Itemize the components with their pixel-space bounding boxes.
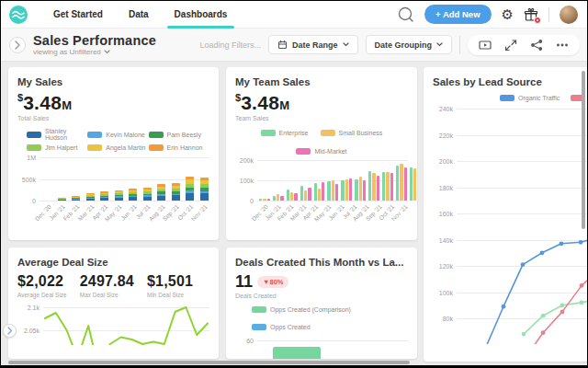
legend-swatch	[321, 130, 335, 136]
legend-label: Angela Martin	[106, 144, 145, 151]
fullscreen-expand-icon[interactable]	[504, 39, 517, 52]
legend-item[interactable]: Mid-Market	[296, 148, 346, 155]
stat-min-deal-size: $1,501 Min Deal Size	[147, 273, 193, 298]
deals-created-chart: 6040	[235, 334, 408, 359]
value-label: Team Sales	[235, 115, 408, 121]
bar-group	[355, 177, 366, 201]
chevron-down-icon	[104, 50, 110, 54]
data-point	[560, 310, 565, 315]
legend-item[interactable]: Jim Halpert	[27, 144, 87, 151]
stacked-bar	[115, 190, 123, 201]
gift-whats-new-icon[interactable]	[524, 7, 538, 22]
bar-group	[314, 182, 325, 201]
date-range-button[interactable]: Date Range	[268, 35, 358, 54]
my-sales-chart: 1M500k0Dec '20Jan '21Feb '21Mar '21Apr '…	[17, 156, 209, 201]
horizontal-scrollbar[interactable]	[8, 361, 410, 364]
bar	[308, 188, 311, 201]
legend-item[interactable]: Pam Beesly	[149, 128, 209, 141]
bar	[335, 184, 338, 201]
bar-group	[368, 171, 379, 201]
bar-group	[396, 164, 407, 201]
data-point	[541, 314, 546, 318]
vertical-scrollbar[interactable]	[582, 71, 585, 229]
legend-label: Opps Created (Comparison)	[270, 306, 351, 313]
legend-item[interactable]: Opps Created (Comparison)	[252, 306, 351, 313]
card-title: My Team Sales	[235, 76, 408, 87]
bar	[368, 171, 371, 201]
legend-item[interactable]: Stanley Hudson	[27, 128, 87, 141]
stacked-bar	[143, 188, 152, 201]
data-point	[541, 330, 546, 335]
nav-tab-dashboards[interactable]: Dashboards	[162, 1, 241, 29]
user-avatar[interactable]	[560, 6, 578, 24]
legend-swatch	[87, 132, 102, 138]
present-mode-icon[interactable]	[479, 39, 492, 52]
calendar-icon	[277, 40, 288, 50]
card-my-team-sales: My Team Sales $3.48M Team Sales Enterpri…	[226, 67, 417, 240]
legend-item[interactable]: Erin Hannon	[149, 144, 209, 151]
legend-item[interactable]: Kevin Malone	[87, 128, 148, 141]
legend-swatch	[27, 144, 41, 151]
line-series	[524, 299, 587, 335]
stacked-bar	[129, 189, 137, 201]
bar	[277, 194, 279, 201]
stacked-bar	[186, 177, 194, 201]
data-point	[580, 283, 584, 288]
legend-label: Enterprise	[279, 130, 309, 136]
bar-series	[40, 156, 209, 201]
data-point	[521, 262, 526, 267]
legend-label: Opps Created	[270, 324, 311, 330]
app-logo-icon[interactable]	[9, 6, 28, 24]
stacked-bar	[200, 178, 209, 201]
viewing-as-dropdown[interactable]: viewing as Unfiltered	[33, 48, 156, 56]
card-average-deal-size: Average Deal Size $2,022 Average Deal Si…	[8, 247, 219, 359]
legend-item[interactable]: Enterprise	[261, 130, 309, 136]
x-axis-labels: Dec '20Jan '21Feb '21Mar '21Apr '21May '…	[257, 201, 410, 224]
total-sales-value: $3.48M	[17, 93, 209, 112]
legend-swatch	[87, 144, 102, 151]
y-axis-label: 60	[235, 338, 257, 344]
stacked-bar	[157, 184, 165, 201]
expand-panel-chevron-button[interactable]	[3, 324, 17, 338]
data-point	[522, 332, 526, 337]
bar	[314, 183, 317, 201]
date-grouping-button[interactable]: Date Grouping	[366, 35, 453, 54]
bar	[294, 193, 297, 201]
bar	[359, 177, 362, 201]
legend-swatch	[149, 132, 164, 138]
notification-badge	[534, 17, 541, 24]
data-point	[560, 241, 564, 246]
stacked-bar	[100, 191, 108, 201]
chevron-down-icon	[343, 42, 349, 47]
bar	[345, 179, 348, 201]
nav-tab-data[interactable]: Data	[116, 1, 162, 29]
bar	[400, 164, 402, 201]
collapse-chevron-button[interactable]	[9, 37, 26, 53]
nav-tab-get-started[interactable]: Get Started	[40, 1, 116, 29]
bar	[341, 180, 344, 201]
header-controls: Loading Filters... Date Range Date Group…	[199, 35, 587, 55]
legend-item[interactable]: Organic Traffic	[500, 95, 560, 101]
share-icon[interactable]	[530, 39, 543, 52]
legend-swatch	[500, 95, 514, 101]
legend-swatch	[27, 132, 41, 138]
value-label: Deals Created	[235, 293, 408, 299]
bar	[300, 186, 303, 201]
more-options-icon[interactable]	[556, 39, 569, 52]
lead-source-legend: Organic TrafficSoci	[433, 95, 587, 101]
legend-item[interactable]: Angela Martin	[87, 144, 148, 151]
legend-item[interactable]: Small Business	[321, 130, 383, 136]
bar-group	[287, 190, 298, 201]
y-axis-label: 0	[17, 198, 40, 204]
data-point	[560, 303, 565, 307]
team-sales-value: $3.48M	[235, 93, 408, 112]
search-icon[interactable]	[398, 6, 414, 23]
bar-group	[327, 180, 338, 201]
bar-group	[382, 172, 393, 201]
settings-gear-icon[interactable]: ⚙	[502, 7, 514, 21]
add-new-button[interactable]: + Add New	[424, 5, 491, 24]
deals-created-legend: Opps Created (Comparison)Opps Created	[235, 306, 408, 330]
nav-divider	[548, 7, 549, 22]
legend-item[interactable]: Opps Created	[252, 324, 311, 330]
bar	[332, 180, 334, 201]
